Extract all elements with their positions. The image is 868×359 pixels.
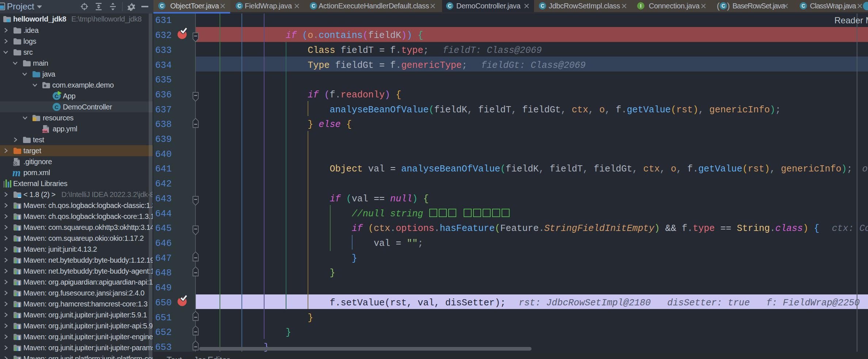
svg-text:YML: YML (42, 130, 48, 133)
